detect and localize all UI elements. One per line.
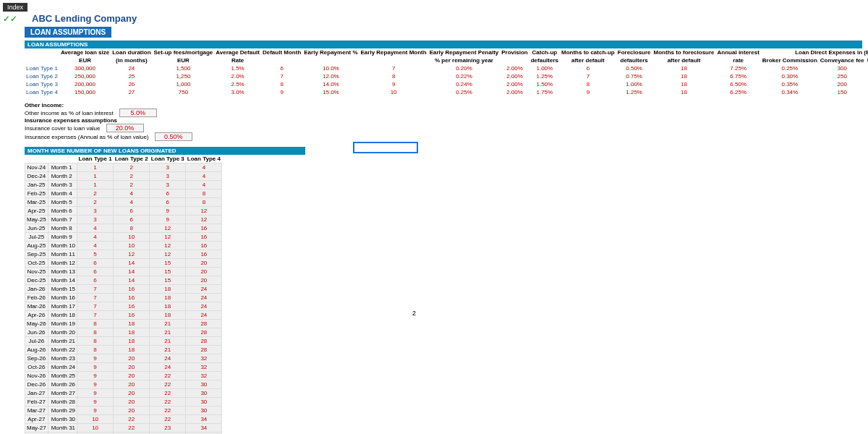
index-button[interactable]: Index xyxy=(3,3,27,12)
table-row: Nov-26Month 259202232 xyxy=(25,372,222,380)
table-row: Jun-26Month 208182128 xyxy=(25,328,222,337)
table-row: Oct-25Month 126141520 xyxy=(25,259,222,268)
table-row: Loan Type 3200,000261,0002.5%814.0%90.24… xyxy=(25,80,868,88)
table-row: Dec-26Month 269202230 xyxy=(25,380,222,389)
table-row: Dec-25Month 146141520 xyxy=(25,276,222,285)
table-row: Nov-25Month 136141520 xyxy=(25,268,222,276)
months-table: Loan Type 1Loan Type 2Loan Type 3Loan Ty… xyxy=(25,155,222,434)
table-row: Apr-27Month 3010222234 xyxy=(25,415,222,424)
table-row: Sep-25Month 115121216 xyxy=(25,250,222,259)
table-row: Feb-25Month 42468 xyxy=(25,190,222,198)
page-number: 2 xyxy=(412,310,416,317)
table-row: Nov-24Month 11234 xyxy=(25,163,222,172)
selected-cell[interactable] xyxy=(353,142,418,153)
table-row: Jul-25Month 94101216 xyxy=(25,233,222,242)
check-icon: ✓✓ xyxy=(3,14,17,24)
assumptions-table: Average loan sizeLoan durationSet-up fee… xyxy=(25,48,868,96)
table-row: Mar-25Month 52468 xyxy=(25,198,222,207)
other-income-pct[interactable]: 5.0% xyxy=(119,109,157,117)
table-row: May-26Month 198182128 xyxy=(25,320,222,328)
table-row: Oct-26Month 249202432 xyxy=(25,363,222,372)
table-row: Feb-27Month 289202230 xyxy=(25,398,222,407)
table-row: Apr-26Month 187161824 xyxy=(25,311,222,320)
page-title: ABC Lending Company xyxy=(32,13,137,24)
table-row: Aug-25Month 104101216 xyxy=(25,242,222,250)
table-row: Sep-26Month 239202432 xyxy=(25,354,222,363)
insurance-cover[interactable]: 20.0% xyxy=(106,124,144,132)
banner: LOAN ASSUMPTIONS xyxy=(25,27,111,38)
table-row: Loan Type 1300,000241,5001.5%610.0%70.20… xyxy=(25,64,868,72)
assumptions-header: LOAN ASSUMPTIONS xyxy=(25,41,862,48)
table-row: Jan-26Month 157161824 xyxy=(25,285,222,294)
table-row: Dec-24Month 21234 xyxy=(25,172,222,181)
table-row: Jun-25Month 8481216 xyxy=(25,224,222,233)
table-row: Mar-27Month 299202230 xyxy=(25,407,222,415)
table-row: Jan-27Month 279202230 xyxy=(25,389,222,398)
table-row: Feb-26Month 167161824 xyxy=(25,294,222,302)
table-row: Apr-25Month 636912 xyxy=(25,207,222,216)
table-row: Mar-26Month 177161824 xyxy=(25,302,222,311)
table-row: Loan Type 4150,000277503.0%915.0%100.25%… xyxy=(25,88,868,96)
table-row: May-25Month 736912 xyxy=(25,216,222,224)
other-income-block: Other income: Other income as % of loan … xyxy=(25,102,865,141)
insurance-exp[interactable]: 0.50% xyxy=(155,132,192,141)
table-row: May-27Month 3110222334 xyxy=(25,424,222,433)
table-row: Loan Type 2250,000251,2502.0%712.0%80.22… xyxy=(25,72,868,80)
months-header: MONTH WISE NUMBER OF NEW LOANS ORIGINATE… xyxy=(25,147,305,155)
table-row: Jan-25Month 31234 xyxy=(25,181,222,190)
table-row: Aug-26Month 228182128 xyxy=(25,346,222,354)
table-row: Jul-26Month 218182128 xyxy=(25,337,222,346)
